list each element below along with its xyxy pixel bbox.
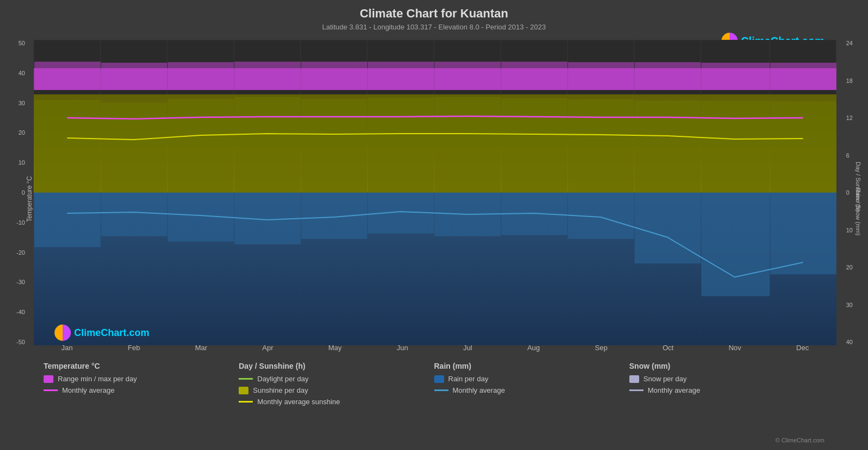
svg-rect-48: [635, 100, 701, 193]
month-dec: Dec: [796, 344, 809, 352]
svg-rect-56: [301, 62, 367, 90]
chart-wrapper: Temperature °C Day / Sunshine (h) Rain /…: [0, 35, 868, 352]
daylight-label: Daylight per day: [257, 375, 308, 383]
svg-rect-55: [234, 62, 300, 90]
logo-icon-bottom: [54, 325, 71, 341]
svg-rect-43: [301, 99, 367, 193]
snow-day-swatch: [629, 375, 639, 383]
logo-bottom-left: ClimeChart.com: [54, 325, 149, 341]
y-axis-right-ticks: 24 18 12 6 0 10 20 30 40: [846, 40, 853, 345]
month-oct: Oct: [663, 344, 673, 352]
svg-rect-30: [301, 193, 367, 239]
y-axis-left-ticks: 50 40 30 20 10 0 -10 -20 -30 -40 -50: [16, 40, 25, 345]
snow-avg-swatch: [629, 389, 644, 391]
svg-rect-40: [101, 103, 167, 193]
legend-snow-title: Snow (mm): [629, 362, 824, 370]
svg-rect-41: [168, 99, 234, 193]
month-jul: Jul: [463, 344, 472, 352]
month-feb: Feb: [128, 344, 139, 352]
rain-day-label: Rain per day: [448, 375, 489, 383]
y-axis-left-label: Temperature °C: [26, 176, 33, 222]
legend-snow-day: Snow per day: [629, 375, 824, 383]
svg-rect-52: [34, 62, 100, 90]
svg-rect-36: [701, 193, 770, 296]
sunshine-day-label: Sunshine per day: [253, 386, 308, 394]
svg-rect-57: [368, 62, 434, 90]
rain-avg-label: Monthly average: [453, 386, 505, 394]
svg-rect-60: [568, 62, 634, 90]
legend-rain: Rain (mm) Rain per day Monthly average: [434, 362, 629, 409]
month-may: May: [329, 344, 342, 352]
svg-rect-37: [770, 193, 836, 274]
svg-rect-58: [434, 62, 500, 90]
svg-rect-61: [635, 62, 701, 90]
month-aug: Aug: [527, 344, 540, 352]
snow-day-label: Snow per day: [644, 375, 687, 383]
rain-avg-swatch: [434, 389, 448, 391]
legend-snow: Snow (mm) Snow per day Monthly average: [629, 362, 824, 409]
y-axis-right-label-container: Day / Sunshine (h) Rain / Snow (mm): [853, 46, 864, 352]
svg-rect-53: [101, 63, 167, 90]
legend-daylight: Daylight per day: [239, 375, 434, 383]
snow-avg-label: Monthly average: [648, 386, 700, 394]
svg-rect-50: [770, 101, 836, 193]
legend-sunshine-avg: Monthly average sunshine: [239, 398, 434, 406]
sunshine-day-swatch: [239, 387, 248, 394]
svg-rect-62: [701, 63, 770, 90]
chart-title: Climate Chart for Kuantan: [0, 7, 868, 21]
legend-temperature-title: Temperature °C: [44, 362, 239, 370]
sunshine-avg-swatch: [239, 401, 253, 403]
legend-temp-range: Range min / max per day: [44, 375, 239, 383]
legend-rain-day: Rain per day: [434, 375, 629, 383]
svg-rect-59: [501, 62, 567, 90]
main-container: Climate Chart for Kuantan Latitude 3.831…: [0, 0, 868, 450]
temp-range-swatch: [44, 375, 53, 383]
svg-rect-39: [34, 100, 100, 193]
legend-temp-avg: Monthly average: [44, 386, 239, 394]
svg-rect-44: [368, 98, 434, 193]
svg-rect-26: [34, 193, 100, 247]
rain-day-swatch: [434, 375, 444, 383]
temp-avg-label: Monthly average: [62, 386, 114, 394]
legend-sunshine-day: Sunshine per day: [239, 386, 434, 394]
chart-subtitle: Latitude 3.831 - Longitude 103.317 - Ele…: [0, 23, 868, 31]
title-section: Climate Chart for Kuantan Latitude 3.831…: [0, 0, 868, 31]
svg-rect-27: [101, 193, 167, 236]
legend-sunshine: Day / Sunshine (h) Daylight per day Suns…: [239, 362, 434, 409]
month-nov: Nov: [729, 344, 741, 352]
svg-rect-46: [501, 98, 567, 193]
month-mar: Mar: [195, 344, 207, 352]
svg-rect-42: [234, 97, 300, 193]
y-axis-right-label-2: Rain / Snow (mm): [855, 188, 861, 236]
copyright-text: © ClimeChart.com: [775, 437, 824, 443]
sunshine-avg-label: Monthly average sunshine: [257, 398, 340, 406]
legend-rain-avg: Monthly average: [434, 386, 629, 394]
legend-sunshine-title: Day / Sunshine (h): [239, 362, 434, 370]
temp-avg-swatch: [44, 389, 58, 391]
month-apr: Apr: [262, 344, 273, 352]
svg-rect-54: [168, 62, 234, 90]
legend-temperature: Temperature °C Range min / max per day M…: [44, 362, 239, 409]
month-sep: Sep: [595, 344, 608, 352]
legend-rain-title: Rain (mm): [434, 362, 629, 370]
logo-text-bottom: ClimeChart.com: [74, 327, 149, 339]
temp-range-label: Range min / max per day: [58, 375, 137, 383]
x-axis: Jan Feb Mar Apr May Jun Jul Aug Sep Oct …: [34, 344, 836, 352]
svg-rect-49: [701, 101, 770, 193]
month-jan: Jan: [62, 344, 73, 352]
legend-section: Temperature °C Range min / max per day M…: [0, 352, 868, 409]
svg-rect-35: [635, 193, 701, 263]
legend-snow-avg: Monthly average: [629, 386, 824, 394]
svg-rect-47: [568, 99, 634, 193]
month-jun: Jun: [397, 344, 408, 352]
svg-rect-45: [434, 97, 500, 193]
chart-svg: [34, 40, 836, 345]
svg-rect-63: [770, 63, 836, 90]
daylight-swatch: [239, 378, 253, 380]
